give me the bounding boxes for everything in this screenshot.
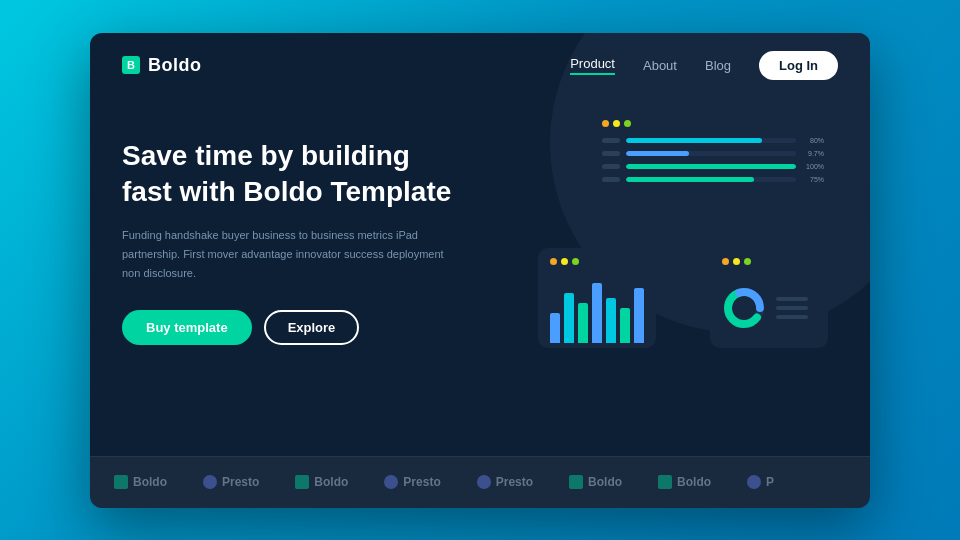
- hero-section: Save time by building fast with Boldo Te…: [90, 98, 870, 348]
- brand-boldo-3: Boldo: [569, 475, 622, 489]
- bar-dot-orange: [550, 258, 557, 265]
- logo-icon: B: [122, 56, 140, 74]
- login-button[interactable]: Log In: [759, 51, 838, 80]
- hero-description: Funding handshake buyer business to busi…: [122, 226, 462, 282]
- presto-icon-2: [384, 475, 398, 489]
- nav-product[interactable]: Product: [570, 56, 615, 75]
- logos-bar: Boldo Presto Boldo Presto Presto Boldo: [90, 456, 870, 508]
- donut-chart: [722, 286, 766, 330]
- bar-dot-yellow: [561, 258, 568, 265]
- boldo-text-2: Boldo: [314, 475, 348, 489]
- boldo-icon-2: [295, 475, 309, 489]
- bar-4: [592, 283, 602, 343]
- donut-widget-dots: [722, 258, 816, 265]
- donut-dot-yellow: [733, 258, 740, 265]
- bar-chart-widget: [538, 248, 656, 348]
- logo: B Boldo: [122, 55, 202, 76]
- donut-lines: [776, 297, 808, 319]
- presto-icon-1: [203, 475, 217, 489]
- donut-line-1: [776, 297, 808, 301]
- progress-pct-4: 75%: [802, 176, 824, 183]
- presto-icon-4: [747, 475, 761, 489]
- boldo-icon-1: [114, 475, 128, 489]
- bar-6: [620, 308, 630, 343]
- bar-3: [578, 303, 588, 343]
- hero-left: Save time by building fast with Boldo Te…: [122, 118, 462, 346]
- presto-text-4: P: [766, 475, 774, 489]
- hero-title: Save time by building fast with Boldo Te…: [122, 138, 462, 211]
- progress-row-1: 80%: [602, 137, 824, 144]
- bar-2: [564, 293, 574, 343]
- bar-5: [606, 298, 616, 343]
- progress-pct-3: 100%: [802, 163, 824, 170]
- bar-dot-green: [572, 258, 579, 265]
- progress-pct-1: 80%: [802, 137, 824, 144]
- bar-widget-dots: [550, 258, 644, 265]
- boldo-icon-4: [658, 475, 672, 489]
- presto-text-3: Presto: [496, 475, 533, 489]
- donut-dot-orange: [722, 258, 729, 265]
- progress-fill-3: [626, 164, 796, 169]
- presto-icon-3: [477, 475, 491, 489]
- brand-presto-3: Presto: [477, 475, 533, 489]
- boldo-text-1: Boldo: [133, 475, 167, 489]
- logos-track: Boldo Presto Boldo Presto Presto Boldo: [90, 475, 798, 489]
- progress-label-4: [602, 177, 620, 182]
- donut-area: [722, 275, 816, 338]
- progress-bar-3: [626, 164, 796, 169]
- progress-fill-1: [626, 138, 762, 143]
- progress-pct-2: 9.7%: [802, 150, 824, 157]
- bar-chart: [550, 275, 644, 343]
- progress-label-3: [602, 164, 620, 169]
- progress-rows: 80% 9.7% 100%: [602, 137, 824, 183]
- progress-row-2: 9.7%: [602, 150, 824, 157]
- donut-widget: [710, 248, 828, 348]
- progress-label-1: [602, 138, 620, 143]
- nav-about[interactable]: About: [643, 58, 677, 73]
- progress-widget: 80% 9.7% 100%: [588, 108, 838, 233]
- donut-line-2: [776, 306, 808, 310]
- hero-buttons: Buy template Explore: [122, 310, 462, 345]
- bar-7: [634, 288, 644, 343]
- brand-presto-1: Presto: [203, 475, 259, 489]
- boldo-icon-3: [569, 475, 583, 489]
- dashboard-preview: 80% 9.7% 100%: [518, 108, 838, 348]
- progress-label-2: [602, 151, 620, 156]
- brand-boldo-4: Boldo: [658, 475, 711, 489]
- presto-text-1: Presto: [222, 475, 259, 489]
- dot-green: [624, 120, 631, 127]
- brand-presto-4: P: [747, 475, 774, 489]
- widget-dots: [602, 120, 824, 127]
- progress-bar-4: [626, 177, 796, 182]
- brand-boldo-2: Boldo: [295, 475, 348, 489]
- brand-presto-2: Presto: [384, 475, 440, 489]
- boldo-text-4: Boldo: [677, 475, 711, 489]
- progress-bar-2: [626, 151, 796, 156]
- donut-line-3: [776, 315, 808, 319]
- bar-1: [550, 313, 560, 343]
- navbar: B Boldo Product About Blog Log In: [90, 33, 870, 98]
- donut-dot-green: [744, 258, 751, 265]
- presto-text-2: Presto: [403, 475, 440, 489]
- boldo-text-3: Boldo: [588, 475, 622, 489]
- progress-row-4: 75%: [602, 176, 824, 183]
- progress-fill-2: [626, 151, 689, 156]
- logo-text: Boldo: [148, 55, 202, 76]
- buy-template-button[interactable]: Buy template: [122, 310, 252, 345]
- progress-bar-1: [626, 138, 796, 143]
- browser-window: B Boldo Product About Blog Log In Save t…: [90, 33, 870, 508]
- progress-row-3: 100%: [602, 163, 824, 170]
- dot-orange: [602, 120, 609, 127]
- nav-links: Product About Blog Log In: [570, 51, 838, 80]
- nav-blog[interactable]: Blog: [705, 58, 731, 73]
- progress-fill-4: [626, 177, 754, 182]
- dot-yellow: [613, 120, 620, 127]
- brand-boldo-1: Boldo: [114, 475, 167, 489]
- explore-button[interactable]: Explore: [264, 310, 360, 345]
